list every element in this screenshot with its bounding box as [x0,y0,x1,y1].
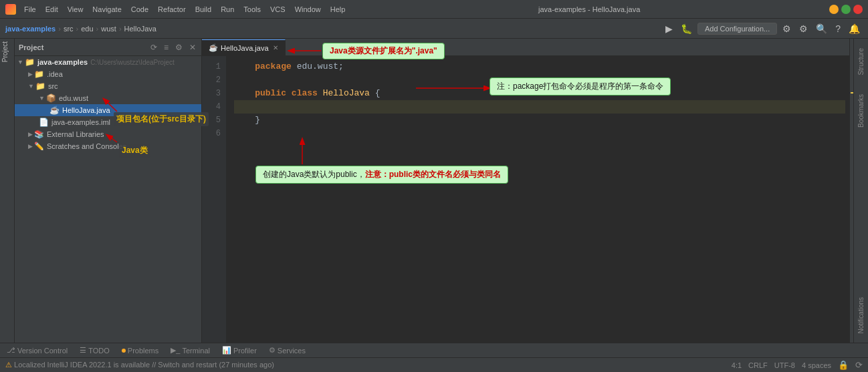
tree-item-edu-wust[interactable]: ▼ 📦 edu.wust [15,92,201,104]
folder-icon: 📁 [25,57,35,67]
code-content[interactable]: package edu.wust; public class HelloJava… [226,56,853,343]
debug-icon-btn[interactable]: 🐛 [678,22,695,35]
tab-services[interactable]: ⚙ Services [266,345,308,355]
editor-tabs: ☕ HelloJava.java ✕ [202,39,853,56]
tree-item-root[interactable]: ▼ 📁 java-examples C:\Users\wustzz\IdeaPr… [15,56,201,68]
minimize-button[interactable] [829,5,839,14]
app-logo [5,4,16,15]
close-button[interactable] [853,5,863,14]
window-controls[interactable] [829,5,863,14]
menu-bar[interactable]: File Edit View Navigate Code Refactor Bu… [20,4,349,15]
tab-structure[interactable]: Structure [856,45,866,78]
menu-window[interactable]: Window [291,4,325,15]
breadcrumb-project[interactable]: java-examples [5,25,56,33]
java-file-icon: ☕ [49,106,60,115]
code-line-3: public class HelloJava { [234,87,845,100]
file-icon: 📄 [39,118,49,127]
status-text: Localized IntelliJ IDEA 2022.1 is availa… [14,361,274,369]
menu-refactor[interactable]: Refactor [154,4,190,15]
tab-bookmarks[interactable]: Bookmarks [856,91,866,130]
status-position[interactable]: 4:1 [732,361,742,369]
line-num-1: 1 [202,60,221,73]
main-layout: Project Project ⟳ ≡ ⚙ ✕ ▼ 📁 java-example… [0,39,868,343]
gear-icon[interactable]: ⚙ [174,43,184,52]
arrow-icon: ▼ [39,95,45,102]
menu-file[interactable]: File [20,4,40,15]
run-icon-btn[interactable]: ▶ [663,22,675,35]
arrow-icon: ▼ [17,59,23,65]
tab-close-icon[interactable]: ✕ [273,44,278,51]
breadcrumb-wust[interactable]: wust [101,25,116,33]
problems-dot-icon [122,349,126,353]
menu-help[interactable]: Help [326,4,350,15]
menu-edit[interactable]: Edit [41,4,62,15]
git-icon: 🔒 [838,360,849,370]
nav-bar: java-examples › src › edu › wust › Hello… [0,19,868,39]
status-message: ⚠ Localized IntelliJ IDEA 2022.1 is avai… [5,361,728,369]
line-num-6: 6 [202,127,221,140]
tree-item-idea[interactable]: ▶ 📁 .idea [15,68,201,80]
project-panel: Project ⟳ ≡ ⚙ ✕ ▼ 📁 java-examples C:\Use… [15,39,202,343]
search-btn[interactable]: 🔍 [813,22,830,35]
sync-icon[interactable]: ⟳ [149,43,158,52]
tab-version-control[interactable]: ⎇ Version Control [4,345,70,355]
editor-tab-hellojava[interactable]: ☕ HelloJava.java ✕ [202,39,286,55]
menu-tools[interactable]: Tools [239,4,265,15]
tab-problems[interactable]: Problems [119,346,161,355]
expand-icon[interactable]: ≡ [162,43,170,52]
tree-item-scratches[interactable]: ▶ ✏️ Scratches and Consoles [15,140,201,152]
panel-close-icon[interactable]: ✕ [188,43,197,52]
panel-title: Project [19,43,145,51]
sidebar-tab-project[interactable]: Project [0,39,14,65]
menu-build[interactable]: Build [191,4,215,15]
breadcrumb: java-examples › src › edu › wust › Hello… [5,25,156,33]
arrow-icon: ▶ [28,131,33,138]
status-line-ending[interactable]: CRLF [748,361,768,369]
tree-view: ▼ 📁 java-examples C:\Users\wustzz\IdeaPr… [15,56,201,343]
breadcrumb-file[interactable]: HelloJava [124,25,156,33]
tree-label-edu-wust: edu.wust [59,94,88,102]
left-sidebar-tabs: Project [0,39,15,343]
menu-vcs[interactable]: VCS [266,4,290,15]
bottom-tabs: ⎇ Version Control ☰ TODO Problems ▶_ Ter… [0,343,868,357]
line-num-3: 3 [202,87,221,100]
menu-code[interactable]: Code [127,4,152,15]
tree-item-iml[interactable]: 📄 java-examples.iml [15,116,201,128]
tree-item-hellojava[interactable]: ☕ HelloJava.java [15,104,201,116]
line-numbers: 1 2 3 4 5 6 [202,56,226,343]
code-line-5: } [234,114,845,127]
folder-icon: 📁 [35,81,45,91]
add-config-button[interactable]: Add Configuration... [697,23,777,35]
menu-view[interactable]: View [64,4,88,15]
status-indent[interactable]: 4 spaces [802,361,831,369]
help-btn[interactable]: ? [833,22,843,35]
lib-icon: 📚 [34,130,44,139]
package-icon: 📦 [46,94,56,103]
tab-todo[interactable]: ☰ TODO [77,345,112,355]
terminal-icon: ▶_ [171,346,180,355]
breadcrumb-src[interactable]: src [64,25,74,33]
notifications-btn[interactable]: 🔔 [846,22,863,35]
status-right: 4:1 CRLF UTF-8 4 spaces 🔒 ⟳ [732,360,863,370]
status-warning-icon: ⚠ [5,361,12,369]
menu-navigate[interactable]: Navigate [88,4,125,15]
tree-item-ext-libs[interactable]: ▶ 📚 External Libraries [15,128,201,140]
settings-btn[interactable]: ⚙ [796,22,810,35]
menu-run[interactable]: Run [217,4,238,15]
status-encoding[interactable]: UTF-8 [774,361,795,369]
build-btn[interactable]: ⚙ [780,22,794,35]
panel-header: Project ⟳ ≡ ⚙ ✕ [15,39,201,56]
tab-profiler[interactable]: 📊 Profiler [219,345,259,355]
arrow-icon: ▶ [28,71,33,77]
maximize-button[interactable] [841,5,851,14]
tree-item-src[interactable]: ▼ 📁 src [15,80,201,92]
window-title: java-examples - HelloJava.java [349,5,829,13]
breadcrumb-edu[interactable]: edu [81,25,93,33]
vc-icon: ⎇ [7,346,15,355]
todo-label: TODO [88,347,110,355]
tree-label-root: java-examples [37,58,88,66]
tab-notifications[interactable]: Notifications [856,295,866,336]
code-editor[interactable]: 1 2 3 4 5 6 package edu.wust; public cla… [202,56,853,343]
tab-terminal[interactable]: ▶_ Terminal [168,345,213,355]
services-label: Services [278,347,306,355]
